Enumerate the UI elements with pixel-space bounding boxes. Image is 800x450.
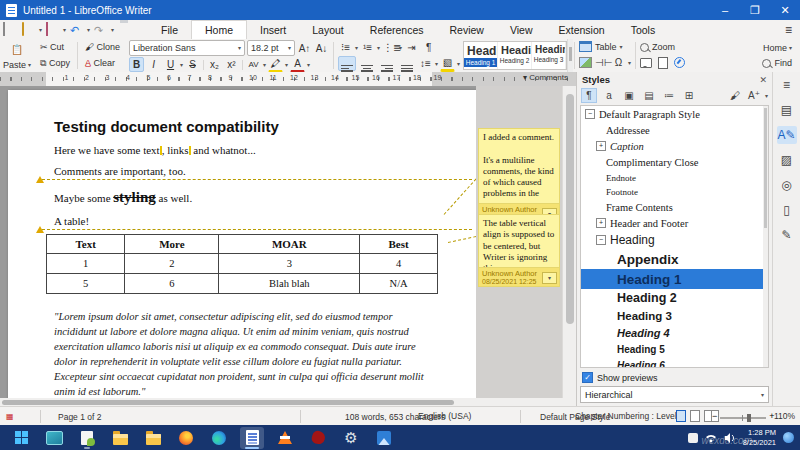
- style-item-complimentary-close[interactable]: Complimentary Close: [581, 154, 768, 170]
- redo-caret[interactable]: ▾: [111, 26, 114, 33]
- document-page[interactable]: Testing document compatibility Here we h…: [8, 90, 476, 398]
- style-item-footnote[interactable]: Footnote: [581, 185, 768, 199]
- notification-badge-icon[interactable]: [783, 432, 794, 443]
- table-cell[interactable]: 4: [360, 254, 438, 274]
- settings[interactable]: ⚙: [339, 427, 363, 449]
- status-outline-level[interactable]: Chapter Numbering : Level 1: [575, 406, 684, 425]
- clone-formatting-button[interactable]: 🖌 Clone: [82, 40, 123, 55]
- undo-icon[interactable]: ↶: [70, 23, 86, 36]
- style-item-addressee[interactable]: Addressee: [581, 122, 768, 138]
- horizontal-ruler[interactable]: ▾ Comments 12345678910111213141516171819: [0, 72, 576, 87]
- collapse-icon[interactable]: −: [585, 109, 595, 119]
- style-filter-dropdown[interactable]: Hierarchical▾: [580, 386, 769, 403]
- font-color-button[interactable]: A: [290, 56, 305, 73]
- strikethrough-button[interactable]: S: [185, 57, 200, 72]
- tab-extension[interactable]: Extension: [546, 20, 618, 39]
- table-cell[interactable]: 2: [125, 254, 219, 274]
- style-item-heading-1[interactable]: Heading 1: [581, 269, 768, 289]
- tray-app-icon[interactable]: [688, 433, 698, 443]
- style-item-heading-3[interactable]: Heading 3: [581, 308, 768, 325]
- horizontal-scrollbar[interactable]: [0, 398, 576, 406]
- page-tab-icon[interactable]: ▯: [777, 201, 797, 219]
- justify-button[interactable]: [398, 56, 416, 71]
- shrink-font-icon[interactable]: A↓: [314, 41, 329, 56]
- multi-page-view-icon[interactable]: [690, 410, 700, 422]
- print-icon[interactable]: [118, 23, 134, 36]
- style-item-caption[interactable]: +Caption: [581, 138, 768, 154]
- vertical-scrollbar[interactable]: [562, 86, 577, 398]
- new-style-from-selection-icon[interactable]: A⁺: [746, 88, 762, 103]
- table-header[interactable]: Best: [360, 235, 438, 254]
- comment-card[interactable]: I added a comment. It's a multiline comm…: [478, 128, 560, 223]
- style-item-heading-6[interactable]: Heading 6: [581, 357, 768, 368]
- close-styles-panel-icon[interactable]: ✕: [759, 75, 767, 85]
- grow-font-icon[interactable]: A↑: [297, 41, 312, 56]
- open-icon[interactable]: [22, 23, 38, 36]
- gallery-style-heading-2[interactable]: Heading 2Heading 2: [498, 42, 532, 69]
- comments-toggle[interactable]: ▾ Comments: [523, 73, 568, 82]
- gallery-style-heading-3[interactable]: Heading 3Heading 3: [532, 42, 566, 69]
- photos[interactable]: [372, 427, 396, 449]
- inspector-tab-icon[interactable]: ✎: [777, 226, 797, 244]
- table-cell[interactable]: 1: [47, 254, 125, 274]
- gallery-tab-icon[interactable]: ▨: [777, 151, 797, 169]
- volume-icon[interactable]: [724, 432, 736, 444]
- italic-button[interactable]: I: [146, 57, 161, 72]
- tab-tools[interactable]: Tools: [618, 20, 669, 39]
- copy-button[interactable]: ⧉ Copy: [37, 56, 73, 71]
- vlc[interactable]: [273, 427, 297, 449]
- outline-list-icon[interactable]: ⋮≣: [382, 40, 397, 55]
- highlight-color-button[interactable]: 🖍: [268, 56, 283, 73]
- character-styles-icon[interactable]: a: [601, 88, 617, 103]
- insert-image-icon[interactable]: [579, 57, 592, 68]
- gallery-style-heading-1[interactable]: Heading 1Heading 1: [464, 42, 498, 69]
- character-spacing-button[interactable]: AV: [246, 57, 261, 72]
- style-item-heading-2[interactable]: Heading 2: [581, 289, 768, 308]
- paragraph-color-icon[interactable]: ▧: [440, 55, 455, 72]
- cut-button[interactable]: ✂ Cut: [37, 40, 67, 55]
- page-break-icon[interactable]: [658, 57, 668, 69]
- collapse-icon[interactable]: −: [596, 235, 606, 245]
- special-character-icon[interactable]: Ω: [611, 55, 626, 70]
- line-spacing-icon[interactable]: ↕≡: [418, 56, 433, 71]
- table-cell[interactable]: 5: [47, 274, 125, 294]
- tab-view[interactable]: View: [497, 20, 546, 39]
- comment-menu-button[interactable]: ▾: [542, 272, 557, 284]
- table-styles-icon[interactable]: ⊞: [681, 88, 697, 103]
- table-cell[interactable]: N/A: [360, 274, 438, 294]
- find-button[interactable]: Find: [774, 58, 792, 68]
- expand-icon[interactable]: +: [596, 141, 606, 151]
- status-language[interactable]: English (USA): [418, 406, 471, 425]
- file-explorer-2[interactable]: [141, 427, 165, 449]
- paragraph-styles-icon[interactable]: ¶: [581, 88, 597, 103]
- page-styles-icon[interactable]: ▤: [641, 88, 657, 103]
- style-item-frame-contents[interactable]: Frame Contents: [581, 199, 768, 215]
- start-button[interactable]: [9, 427, 33, 449]
- save-caret[interactable]: ▾: [63, 26, 66, 33]
- superscript-button[interactable]: x²: [224, 57, 239, 72]
- window-menu-icon[interactable]: [3, 23, 19, 36]
- open-caret[interactable]: ▾: [39, 26, 42, 33]
- style-item-heading-5[interactable]: Heading 5: [581, 342, 768, 358]
- navigator-icon[interactable]: [674, 57, 685, 68]
- style-item-header-and-footer[interactable]: +Header and Footer: [581, 215, 768, 231]
- navigator-tab-icon[interactable]: ◎: [777, 176, 797, 194]
- firefox[interactable]: [174, 427, 198, 449]
- table-header[interactable]: More: [125, 235, 219, 254]
- home-menu-button[interactable]: Home: [763, 43, 787, 53]
- formatting-marks-icon[interactable]: ¶: [421, 40, 436, 55]
- table-cell[interactable]: Blah blah: [219, 274, 360, 294]
- font-name-combo[interactable]: Liberation Sans▾: [129, 40, 245, 56]
- font-size-combo[interactable]: 18.2 pt▾: [247, 40, 295, 56]
- paste-button[interactable]: Paste: [3, 60, 26, 70]
- style-item-default-paragraph-style[interactable]: −Default Paragraph Style: [581, 106, 768, 122]
- close-button[interactable]: ✕: [770, 0, 800, 20]
- libreoffice-writer[interactable]: [240, 427, 264, 449]
- sidebar-menu-icon[interactable]: ≡: [777, 76, 797, 94]
- ordered-list-icon[interactable]: ¹≡: [360, 40, 375, 55]
- paste-icon[interactable]: 📋: [10, 42, 25, 57]
- style-item-heading-4[interactable]: Heading 4: [581, 325, 768, 342]
- align-left-button[interactable]: [338, 56, 356, 71]
- redo-icon[interactable]: ↷: [94, 23, 110, 36]
- increase-indent-icon[interactable]: ⇥: [404, 40, 419, 55]
